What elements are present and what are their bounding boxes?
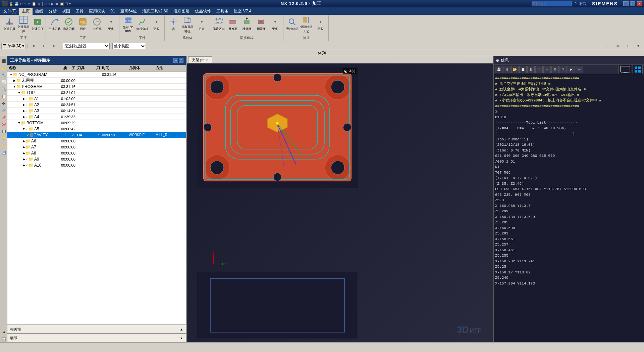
nav-icon-11[interactable]: 🔲 [0, 128, 7, 135]
verify-path-button[interactable]: 确认刀轨 [62, 16, 75, 32]
info-btn-settings[interactable]: ⚙ [551, 66, 559, 73]
nav-icon-2[interactable]: 📐 [0, 64, 7, 71]
menu-dropdown[interactable]: ☰ 菜单(M) ▾ [1, 43, 26, 49]
minimize-button[interactable]: ─ [623, 1, 629, 6]
tree-row-unused[interactable]: ▶ 📁 未用项 00:00:00 [7, 78, 186, 84]
info-btn-copy[interactable]: 📋 [519, 66, 527, 73]
menu-01[interactable]: 01 [108, 8, 117, 14]
search-input[interactable] [532, 1, 572, 6]
toggle-nc[interactable]: ▼ [9, 73, 13, 76]
assembly-dropdown[interactable]: 整个装配 [112, 43, 146, 49]
toggle-a1[interactable]: ▶ [22, 97, 25, 100]
tree-row-top[interactable]: ▼ 📁 TOP 03:21:04 [7, 90, 186, 96]
tree-row-a3[interactable]: ▶ ✓ 📁 A3 00:14:31 [7, 108, 186, 114]
detail-expand[interactable]: ▲ [180, 336, 183, 340]
tree-row-a10[interactable]: ▶ ✓ 📁 A10 00:00:00 [7, 162, 186, 168]
nav-icon-12[interactable]: 💡 [0, 135, 7, 142]
arrow-btn[interactable]: ← [603, 42, 612, 50]
analyze-button[interactable]: 执行分析 [136, 16, 149, 32]
toggle-program[interactable]: ▼ [13, 85, 16, 88]
menu-64bit[interactable]: 至高64位 [118, 8, 140, 15]
toggle-a4[interactable]: ▶ [22, 115, 25, 119]
nav-icon-13[interactable]: 📏 [0, 142, 7, 149]
toggle-top[interactable]: ▼ [17, 91, 21, 94]
nav-icon-4[interactable]: 📊 [0, 79, 7, 85]
point-button[interactable]: 点 [167, 16, 180, 32]
toggle-a3[interactable]: ▶ [22, 109, 25, 113]
relativity-panel[interactable]: 相关性 ▲ [7, 325, 186, 334]
tree-row-a4[interactable]: ▶ ✓ 📁 A4 01:39:33 [7, 114, 186, 120]
tree-row-a5[interactable]: ▼ ✓ 📁 A5 00:00:42 [7, 126, 186, 132]
nav-icon-9[interactable]: 📌 [0, 114, 7, 121]
nav-icon-3[interactable]: 🔧 [0, 72, 7, 78]
toggle-a9[interactable]: ▶ [22, 158, 25, 161]
toggle-a2[interactable]: ▶ [22, 103, 25, 106]
nav-icon-10[interactable]: 🎯 [0, 121, 7, 128]
tab-close[interactable]: ✕ [206, 58, 209, 62]
3d-view-top[interactable]: 体(0) [197, 67, 358, 188]
move-face-button[interactable]: 移动面 [240, 16, 254, 32]
nav-icon-7[interactable]: ⚙ [0, 100, 7, 106]
show-ipw-button[interactable]: 3D IPW 显示 3D IPW [121, 16, 135, 32]
tree-row-program[interactable]: ▼ 📁 PROGRAM 03:31:16 [7, 84, 186, 90]
tree-row-bottom[interactable]: ▼ 📁 BOTTOM 00:09:29 [7, 120, 186, 126]
extract-geom-button[interactable]: 抽取几何特征 [181, 16, 194, 32]
tree-row-a8[interactable]: ▶ 📁 A8 00:00:00 [7, 150, 186, 156]
info-btn-add[interactable]: + [543, 66, 551, 73]
more-sync-button[interactable]: ▾ 更多 [268, 16, 282, 32]
replace-face-button[interactable]: 替换面 [226, 16, 239, 32]
nav-expand-btn[interactable]: □ [179, 58, 183, 63]
nav-icon-6[interactable]: 📋 [0, 93, 7, 99]
create-op-button[interactable]: + 创建工序 [31, 16, 44, 32]
create-feature-process-button[interactable]: 创建特征工艺 [300, 16, 313, 32]
2d-view-bottom[interactable] [197, 272, 358, 339]
nav-minimize-btn[interactable]: ─ [173, 58, 178, 63]
menu-tools[interactable]: 工具 [73, 8, 86, 15]
tree-row-a1[interactable]: ▶ ✓ 📁 A1 01:02:09 [7, 96, 186, 102]
generate-path-button[interactable]: 生成刀轨 [48, 16, 61, 32]
tree-content[interactable]: ▼ 📁 NC_PROGRAM 03:31:16 ▶ 📁 未用项 [7, 72, 186, 324]
viewport-canvas[interactable]: 体(0) Z X [187, 63, 493, 342]
info-btn-minimize[interactable]: ─ [576, 66, 583, 73]
info-btn-print[interactable]: 🖨 [503, 66, 511, 73]
info-text-content[interactable]: ###################################### #… [494, 74, 644, 342]
detail-panel[interactable]: 细节 ▲ [7, 334, 186, 342]
snap-btn-1[interactable]: ⊕ [30, 42, 39, 50]
menu-starspace[interactable]: 星空 V7.4 [231, 8, 254, 15]
info-btn-close[interactable]: ✕ [535, 66, 543, 73]
tree-row-cavity-mill[interactable]: ✓ E CAVITY 1 ✓ D4 7 00:00:30 WORKPIE... … [7, 132, 186, 138]
toggle-a10[interactable]: ▶ [22, 164, 25, 167]
info-btn-save[interactable]: 💾 [495, 66, 502, 73]
toggle-bottom[interactable]: ▼ [17, 121, 21, 125]
post-process-button[interactable]: 后处 后处 [76, 16, 90, 32]
more-feature-button[interactable]: ▾ 更多 [314, 16, 327, 32]
grid-btn[interactable]: ⊞ [613, 42, 623, 50]
viewport-tab-bracket[interactable]: 支架.prt ✕ [188, 56, 212, 63]
maximize-button[interactable]: □ [630, 1, 635, 6]
menu-home[interactable]: 主页 [19, 8, 33, 15]
nav-icon-14[interactable]: 🔄 [0, 149, 7, 156]
circle-btn[interactable]: ⊙ [633, 42, 643, 50]
nav-icon-8[interactable]: 🔗 [0, 107, 7, 114]
more-workpiece-button[interactable]: ▾ 更多 [150, 16, 163, 32]
nav-icon-bottom-2[interactable]: 🪟 [0, 336, 7, 342]
toggle-a7[interactable]: ▶ [22, 145, 25, 149]
close-button[interactable]: × [637, 1, 642, 6]
info-btn-open[interactable]: 📂 [511, 66, 519, 73]
menu-active-tools[interactable]: 活跃工具v2.60 [140, 8, 171, 15]
nav-icon-bottom-1[interactable]: 🖥 [0, 328, 7, 335]
more-analysis-button[interactable]: ▾ 更多 [195, 16, 208, 32]
tree-row-a7[interactable]: ▶ 📁 A7 00:00:00 [7, 144, 186, 150]
info-btn-delete[interactable]: 🗑 [527, 66, 535, 73]
tree-row-a9[interactable]: ▶ ✓ 📁 A9 00:00:00 [7, 156, 186, 162]
feedrate-button[interactable]: 进给率 [90, 16, 104, 32]
toggle-unused[interactable]: ▶ [13, 79, 16, 82]
toggle-a8[interactable]: ▶ [22, 151, 25, 155]
relativity-expand[interactable]: ▲ [180, 327, 183, 331]
tree-row-a2[interactable]: ▶ ✓ 📁 A2 00:24:51 [7, 102, 186, 108]
offset-region-button[interactable]: 偏置区域 [212, 16, 225, 32]
more-process-button[interactable]: ▾ 更多 [104, 16, 118, 32]
find-feature-button[interactable]: 查找特征 [285, 16, 299, 32]
menu-active-layer[interactable]: 活跃图层 [171, 8, 192, 15]
tree-row-a6[interactable]: ▶ 📁 A6 00:00:00 [7, 138, 186, 144]
